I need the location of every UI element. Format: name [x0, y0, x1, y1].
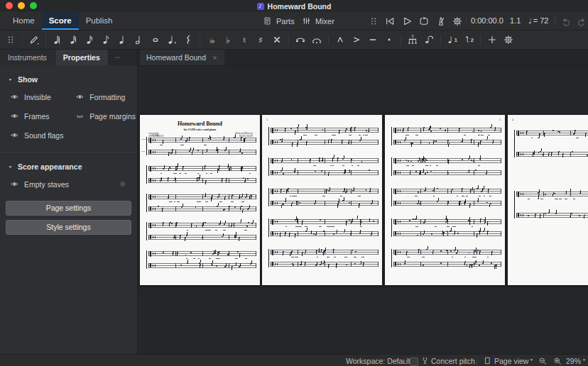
note-quarter-button[interactable] [115, 32, 131, 48]
note[interactable] [241, 152, 243, 154]
toggle-page-margins[interactable]: Page margins [65, 106, 137, 126]
note[interactable] [283, 173, 284, 174]
music-system[interactable] [148, 251, 256, 268]
note[interactable] [413, 218, 414, 220]
rewind-button[interactable] [382, 13, 397, 28]
note[interactable] [538, 152, 540, 153]
note[interactable] [418, 192, 419, 193]
note[interactable] [158, 206, 159, 207]
note[interactable] [479, 265, 480, 266]
staff[interactable] [393, 250, 501, 255]
staff[interactable] [393, 170, 501, 175]
playback-drag-handle[interactable] [366, 13, 381, 28]
note[interactable] [246, 226, 248, 227]
score-page-4[interactable]: 4 [508, 115, 588, 285]
note[interactable] [243, 177, 244, 179]
note[interactable] [475, 170, 477, 171]
note[interactable] [425, 173, 426, 174]
note[interactable] [349, 202, 350, 204]
tab-publish[interactable]: Publish [79, 12, 120, 30]
style-settings-button[interactable]: Style settings [6, 220, 131, 235]
staff[interactable] [516, 192, 588, 196]
note[interactable] [333, 233, 334, 235]
view-mode-caret-icon[interactable] [528, 357, 535, 363]
note-16th-button[interactable] [82, 32, 98, 48]
note[interactable] [354, 263, 356, 265]
double-flat-button[interactable]: ♭♭ [204, 32, 219, 48]
music-system[interactable] [271, 158, 378, 175]
note[interactable] [237, 251, 239, 253]
note[interactable] [234, 206, 236, 208]
note[interactable] [417, 235, 418, 236]
note[interactable] [447, 173, 449, 174]
note[interactable] [426, 160, 428, 161]
note[interactable] [373, 221, 374, 222]
note[interactable] [457, 233, 459, 234]
toolbar-drag-handle[interactable] [3, 32, 18, 48]
note[interactable] [450, 250, 452, 252]
augmentation-dot-button[interactable] [164, 32, 180, 48]
note[interactable] [346, 265, 347, 266]
score-canvas[interactable]: Homeward Bound Homeward Boundfor SATB vo… [138, 50, 588, 354]
staff[interactable] [148, 138, 256, 143]
note[interactable] [481, 131, 482, 132]
note[interactable] [545, 194, 546, 195]
concert-pitch-label[interactable]: Concert pitch [431, 355, 475, 366]
note-input-button[interactable] [26, 32, 42, 48]
note[interactable] [486, 202, 488, 204]
note[interactable] [170, 168, 171, 170]
note[interactable] [322, 252, 324, 253]
note[interactable] [434, 192, 435, 193]
note[interactable] [542, 154, 543, 155]
note[interactable] [320, 160, 321, 162]
gear-icon[interactable] [118, 179, 127, 189]
note[interactable] [491, 262, 492, 264]
music-system[interactable] [393, 158, 501, 175]
note[interactable] [369, 170, 370, 171]
score-page-2[interactable]: 2 [262, 115, 382, 285]
staff[interactable] [148, 150, 256, 155]
music-system[interactable] [148, 166, 256, 183]
note[interactable] [344, 189, 345, 190]
note[interactable] [361, 161, 363, 162]
note[interactable] [430, 171, 432, 172]
note[interactable] [462, 159, 463, 160]
note[interactable] [552, 130, 554, 131]
staff[interactable] [516, 152, 588, 157]
marcato-button[interactable] [332, 32, 348, 48]
note[interactable] [349, 219, 350, 221]
tenuto-button[interactable] [365, 32, 381, 48]
staff[interactable] [148, 166, 256, 171]
tab-home[interactable]: Home [6, 12, 42, 30]
staff[interactable] [148, 263, 256, 268]
loop-playback-button[interactable] [416, 13, 431, 28]
metronome-button[interactable] [433, 13, 448, 28]
music-system[interactable] [271, 219, 378, 236]
voice-2-button[interactable]: 2 [461, 32, 477, 48]
note[interactable] [283, 204, 285, 205]
tab-score[interactable]: Score [42, 12, 79, 30]
note[interactable] [571, 213, 572, 214]
close-window-button[interactable] [6, 2, 13, 9]
tempo-display[interactable]: ♩= 72 [528, 12, 548, 30]
note[interactable] [195, 206, 197, 208]
note-64th-button[interactable] [50, 32, 65, 48]
zoom-caret-icon[interactable] [581, 357, 587, 363]
music-system[interactable] [271, 128, 378, 145]
staff[interactable] [271, 128, 378, 133]
staff[interactable] [148, 235, 256, 240]
show-section-header[interactable]: Show [0, 65, 137, 87]
note[interactable] [299, 202, 300, 204]
note[interactable] [283, 191, 285, 192]
note[interactable] [429, 143, 430, 144]
music-system[interactable] [271, 250, 378, 267]
toggle-invisible[interactable]: Invisible [0, 87, 65, 106]
note[interactable] [467, 265, 468, 266]
note-half-button[interactable] [131, 32, 147, 48]
staff[interactable] [271, 201, 378, 206]
note[interactable] [461, 204, 462, 205]
staff[interactable] [393, 158, 501, 163]
add-button[interactable] [484, 32, 500, 48]
page-settings-button[interactable]: Page settings [6, 201, 131, 216]
double-sharp-button[interactable] [269, 32, 285, 48]
